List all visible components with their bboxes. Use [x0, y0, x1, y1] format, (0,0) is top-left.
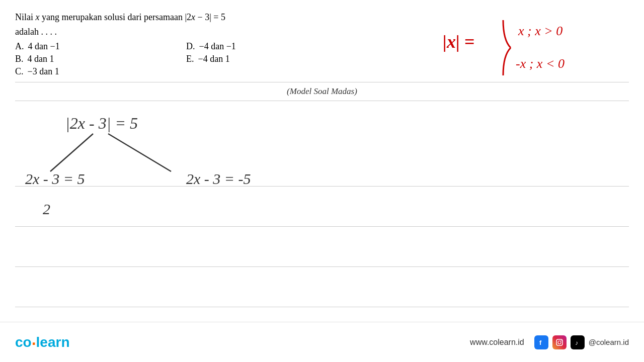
tiktok-icon: ♪ [571, 335, 585, 349]
svg-text:2x - 3 = -5: 2x - 3 = -5 [186, 170, 251, 187]
solution-row-4 [15, 267, 629, 307]
svg-text:2: 2 [43, 201, 50, 217]
option-d: D. −4 dan −1 [186, 41, 327, 52]
solution-drawing-1: |2x - 3| = 5 2x - 3 = 5 2x - 3 = -5 [15, 101, 629, 187]
footer-url: www.colearn.id [470, 338, 524, 347]
svg-line-5 [108, 134, 171, 171]
footer: co·learn www.colearn.id f ♪ [0, 322, 644, 362]
option-d-label: D. [186, 41, 195, 52]
logo-co: co [15, 334, 32, 350]
svg-text:x  ;  x > 0: x ; x > 0 [518, 24, 562, 38]
footer-right: www.colearn.id f ♪ @colearn.id [470, 335, 629, 349]
question-text: Nilai x yang merupakan solusi dari persa… [15, 10, 327, 77]
svg-line-4 [50, 134, 93, 171]
solution-section: |2x - 3| = 5 2x - 3 = 5 2x - 3 = -5 2 [15, 101, 629, 347]
logo-dot: · [32, 334, 36, 352]
option-a-label: A. [15, 41, 24, 52]
option-b: B. 4 dan 1 [15, 54, 156, 64]
option-c: C. −3 dan 1 [15, 66, 156, 77]
solution-drawing-2: 2 [15, 187, 629, 227]
option-a-value: 4 dan −1 [28, 41, 60, 52]
option-e: E. −4 dan 1 [186, 54, 327, 64]
main-content: Nilai x yang merupakan solusi dari persa… [0, 0, 644, 322]
formula-box: |x| = x ; x > 0 -x ; x < 0 [438, 10, 629, 75]
solution-row-1: |2x - 3| = 5 2x - 3 = 5 2x - 3 = -5 [15, 101, 629, 187]
option-b-value: 4 dan 1 [28, 54, 54, 64]
instagram-icon [552, 335, 567, 349]
logo: co·learn [15, 334, 70, 350]
option-d-value: −4 dan −1 [199, 41, 236, 52]
social-handle: @colearn.id [589, 338, 629, 346]
option-b-label: B. [15, 54, 24, 64]
svg-text:f: f [539, 339, 542, 346]
solution-row-3 [15, 227, 629, 267]
option-e-label: E. [186, 54, 194, 64]
svg-text:|2x - 3| = 5: |2x - 3| = 5 [65, 114, 138, 132]
svg-text:2x - 3 = 5: 2x - 3 = 5 [25, 170, 85, 187]
option-c-label: C. [15, 66, 24, 77]
svg-rect-10 [556, 339, 562, 345]
option-c-value: −3 dan 1 [28, 66, 59, 77]
svg-text:|x| =: |x| = [443, 32, 474, 52]
svg-text:-x  ;  x < 0: -x ; x < 0 [516, 56, 565, 71]
logo-learn: learn [36, 334, 70, 350]
option-e-value: −4 dan 1 [198, 54, 230, 64]
question-body: Nilai x yang merupakan solusi dari persa… [15, 10, 327, 39]
option-a: A. 4 dan −1 [15, 41, 156, 52]
question-section: Nilai x yang merupakan solusi dari persa… [15, 10, 629, 77]
options-grid: A. 4 dan −1 D. −4 dan −1 B. 4 dan 1 E. −… [15, 41, 327, 77]
svg-point-12 [560, 340, 561, 341]
model-soal: (Model Soal Madas) [15, 82, 629, 101]
solution-row-2: 2 [15, 187, 629, 227]
facebook-icon: f [534, 335, 548, 349]
svg-point-11 [558, 341, 561, 344]
svg-text:♪: ♪ [575, 339, 578, 346]
formula-svg: |x| = x ; x > 0 -x ; x < 0 [438, 10, 629, 80]
social-icons: f ♪ @colearn.id [534, 335, 629, 349]
